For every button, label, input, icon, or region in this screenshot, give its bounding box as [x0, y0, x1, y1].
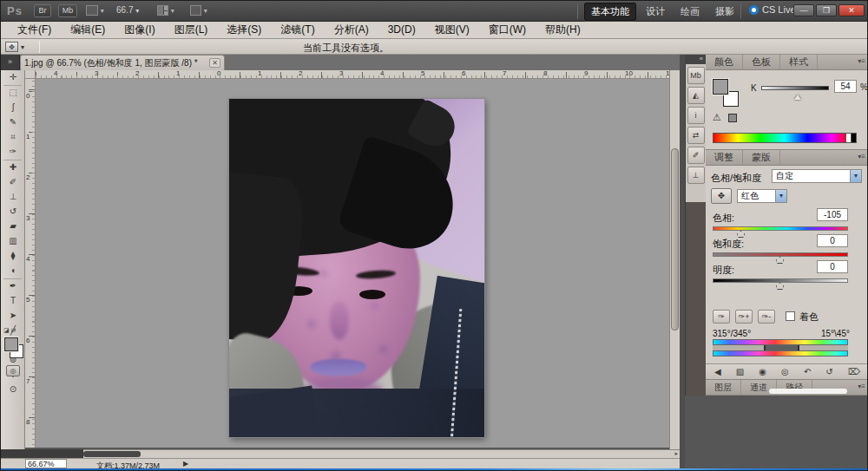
tools-collapse-button[interactable]: »	[1, 55, 20, 70]
status-options-arrow[interactable]: ▶	[183, 460, 188, 468]
menu-item[interactable]: 帮助(H)	[536, 22, 590, 38]
arrange-documents-button[interactable]: ▾	[157, 5, 174, 16]
crop-tool[interactable]: ⌗	[1, 130, 25, 145]
gamut-warning-icon[interactable]: ⚠	[713, 112, 721, 123]
horizontal-scrollbar[interactable]: ▸	[83, 449, 680, 458]
type-tool[interactable]: T	[1, 294, 25, 309]
black-swatch[interactable]	[851, 134, 856, 142]
tab-swatches[interactable]: 色板	[743, 55, 780, 69]
menu-item[interactable]: 文件(F)	[8, 22, 61, 38]
foreground-color-swatch[interactable]	[4, 337, 18, 351]
document-tab[interactable]: ✕ 1.jpg @ 66.7% (色相/饱和度 1, 图层蒙版 /8) *	[20, 55, 225, 70]
lightness-slider-thumb[interactable]	[776, 283, 784, 290]
menu-item[interactable]: 编辑(E)	[61, 22, 115, 38]
targeted-adjustment-tool-button[interactable]: ✥	[711, 188, 732, 204]
scroll-right-arrow-icon[interactable]: ▸	[674, 450, 678, 457]
move-tool[interactable]: ✛	[1, 70, 25, 85]
blur-tool[interactable]: ⧫	[1, 249, 25, 264]
eyedropper-tool[interactable]: ✑	[1, 145, 25, 160]
menu-item[interactable]: 选择(S)	[217, 22, 271, 38]
horizontal-scrollbar-thumb[interactable]	[83, 451, 141, 457]
tool-preset-picker[interactable]: ✥ ▾	[5, 41, 35, 53]
close-button[interactable]: ✕	[838, 4, 865, 16]
menu-item[interactable]: 图像(I)	[115, 22, 164, 38]
menu-item[interactable]: 图层(L)	[165, 22, 218, 38]
zoom-level-button[interactable]: 66.7 ▾	[116, 5, 139, 15]
panel-menu-icon[interactable]: ▾≡	[858, 57, 865, 65]
workspace-overflow-button[interactable]: »	[727, 6, 731, 16]
tab-color[interactable]: 颜色	[706, 55, 743, 69]
panel-menu-icon[interactable]: ▾≡	[858, 153, 865, 160]
panel-menu-icon[interactable]: ▾≡	[858, 383, 865, 390]
colorize-checkbox[interactable]	[786, 311, 795, 321]
view-previous-state[interactable]: ↶	[804, 367, 811, 376]
default-swap-colors-button[interactable]: ◪⇄	[3, 327, 23, 334]
saturation-slider-thumb[interactable]	[776, 257, 784, 264]
clip-to-layer[interactable]: ◉	[759, 367, 766, 376]
view-extras-button[interactable]: ▾	[86, 5, 104, 16]
hue-value-field[interactable]: -105	[817, 208, 848, 221]
adjustment-presets-panel[interactable]: ⇄	[687, 127, 705, 144]
reset-adjustment[interactable]: ↺	[825, 367, 832, 376]
quick-mask-button[interactable]: ◎	[6, 365, 20, 376]
tab-adjustments[interactable]: 调整	[706, 150, 743, 165]
brush-tool[interactable]: ✐	[1, 175, 25, 190]
close-document-icon[interactable]: ✕	[209, 58, 220, 68]
lightness-slider[interactable]	[713, 278, 848, 283]
history-brush-tool[interactable]: ↺	[1, 205, 25, 219]
tab-masks[interactable]: 蒙版	[743, 150, 780, 165]
lasso-tool[interactable]: ʃ	[1, 101, 25, 115]
gradient-tool[interactable]: ▥	[1, 234, 25, 249]
menu-item[interactable]: 滤镜(T)	[271, 22, 324, 38]
vertical-scrollbar-thumb[interactable]	[671, 148, 679, 330]
saturation-slider[interactable]	[713, 252, 848, 257]
eraser-tool[interactable]: ▰	[1, 219, 25, 234]
workspace-button[interactable]: 摄影	[709, 3, 740, 20]
spot-healing-brush-tool[interactable]: ✚	[1, 160, 25, 175]
clone-source-panel[interactable]: ⊥	[687, 167, 705, 184]
restore-button[interactable]: ❐	[816, 4, 837, 16]
canvas-area[interactable]	[36, 79, 669, 448]
color-spectrum-ramp[interactable]	[713, 133, 857, 143]
eyedropper-sample-button[interactable]: ✑	[713, 310, 730, 324]
minimize-button[interactable]: —	[793, 4, 814, 16]
expanded-view[interactable]: ▧	[736, 367, 744, 376]
status-zoom-field[interactable]: 66.67%	[25, 459, 67, 468]
channel-dropdown[interactable]: 红色▼	[737, 189, 787, 203]
tab-layers[interactable]: 图层	[706, 380, 741, 395]
hue-slider-thumb[interactable]	[737, 231, 745, 238]
return-to-adjustment-list[interactable]: ◀	[714, 367, 721, 376]
slider-thumb[interactable]	[794, 91, 801, 100]
k-channel-slider[interactable]	[761, 86, 829, 90]
workspace-button[interactable]: 绘画	[674, 3, 706, 20]
eyedropper-subtract-button[interactable]: ✑-	[758, 310, 775, 324]
dock-collapse-button[interactable]: «	[685, 55, 706, 64]
launch-bridge-button[interactable]: Br	[34, 4, 51, 17]
saturation-value-field[interactable]: 0	[817, 234, 848, 247]
brush-presets-panel[interactable]: ✐	[687, 147, 705, 164]
menu-item[interactable]: 视图(V)	[425, 22, 479, 38]
dodge-tool[interactable]: ◖	[1, 264, 25, 278]
lightness-value-field[interactable]: 0	[817, 260, 848, 273]
screen-mode-button[interactable]: ▾	[190, 5, 207, 16]
mini-bridge-panel[interactable]: Mb	[687, 67, 705, 84]
quick-selection-tool[interactable]: ✎	[1, 115, 25, 130]
preset-dropdown[interactable]: 自定▼	[772, 169, 862, 183]
info-panel[interactable]: i	[687, 107, 705, 124]
workspace-button[interactable]: 设计	[640, 3, 671, 20]
menu-item[interactable]: 3D(D)	[378, 22, 425, 38]
path-selection-tool[interactable]: ➤	[1, 309, 25, 324]
workspace-button[interactable]: 基本功能	[584, 3, 636, 21]
menu-item[interactable]: 分析(A)	[325, 22, 378, 38]
rectangular-marquee-tool[interactable]: ⬚	[1, 86, 25, 101]
pen-tool[interactable]: ✒	[1, 279, 25, 294]
clone-stamp-tool[interactable]: ⊥	[1, 190, 25, 205]
launch-mini-bridge-button[interactable]: Mb	[58, 4, 77, 17]
k-value-field[interactable]: 54	[834, 80, 857, 93]
eyedropper-add-button[interactable]: ✑+	[735, 310, 753, 324]
tab-styles[interactable]: 样式	[780, 55, 818, 69]
zoom-tool[interactable]: ⊙	[1, 383, 25, 397]
document-image[interactable]	[229, 99, 484, 437]
menu-item[interactable]: 窗口(W)	[479, 22, 536, 38]
toggle-visibility[interactable]: ◎	[781, 367, 789, 376]
